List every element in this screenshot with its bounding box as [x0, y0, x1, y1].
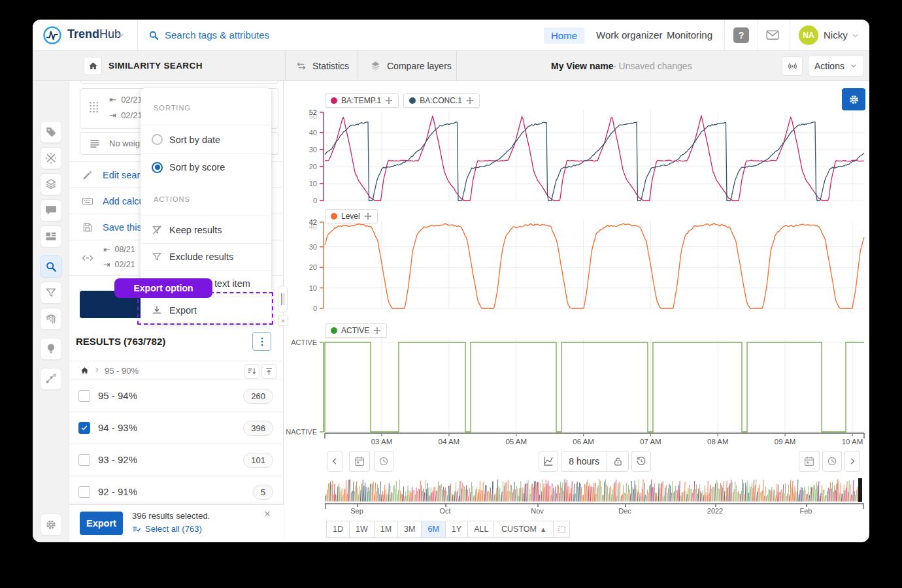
- row-count-badge: 260: [243, 389, 273, 404]
- radio-unselected[interactable]: [152, 134, 163, 145]
- svg-text:52: 52: [309, 108, 317, 116]
- result-row[interactable]: 93 - 92% 101: [69, 444, 284, 476]
- nav-item-work-organizer[interactable]: Work organizer: [596, 20, 662, 51]
- user-chevron-down-icon[interactable]: [851, 31, 860, 40]
- nav-item-home[interactable]: Home: [544, 20, 596, 51]
- legend-chip-BA:TEMP.1[interactable]: BA:TEMP.1: [325, 93, 399, 108]
- chart2-level[interactable]: 01020304042: [286, 218, 865, 316]
- custom-range-select-button[interactable]: [553, 521, 570, 538]
- sorting-header: SORTING: [154, 104, 191, 112]
- duration-control[interactable]: 8 hours: [561, 451, 629, 472]
- chart-settings-button[interactable]: [842, 88, 865, 110]
- row-checkbox[interactable]: [78, 390, 90, 402]
- nav-item-monitoring[interactable]: Monitoring: [667, 20, 712, 51]
- end-date-button[interactable]: [799, 451, 820, 472]
- footer-close-icon[interactable]: ×: [264, 508, 271, 521]
- home-button[interactable]: [84, 57, 102, 75]
- result-row[interactable]: 95 - 94% 260: [69, 380, 284, 412]
- range-button-6m[interactable]: 6M: [421, 521, 445, 538]
- topbar-divider: [758, 20, 758, 51]
- chart1-temp-conc[interactable]: 0102030405052: [286, 108, 865, 208]
- rail-lightbulb-button[interactable]: [40, 338, 62, 360]
- legend-chip-ACTIVE[interactable]: ACTIVE: [325, 323, 387, 338]
- breadcrumb-home-icon[interactable]: [80, 366, 90, 376]
- export-button[interactable]: Export: [80, 512, 123, 535]
- lock-open-icon[interactable]: [607, 456, 628, 467]
- date-start: ⇤ 02/21: [109, 95, 142, 105]
- move-icon[interactable]: [385, 97, 393, 105]
- rail-dashboard-button[interactable]: [40, 225, 62, 248]
- range-end: ⇥ 02/21: [103, 259, 135, 269]
- search-input[interactable]: [163, 20, 438, 50]
- view-name[interactable]: My View name: [551, 51, 613, 81]
- menu-item-sort-by-date[interactable]: Sort by date: [141, 125, 271, 154]
- rail-layers-button[interactable]: [40, 173, 62, 195]
- start-time-button[interactable]: [374, 451, 393, 472]
- menu-item-keep-results[interactable]: Keep results: [141, 216, 271, 243]
- move-icon[interactable]: [466, 97, 474, 105]
- row-checkbox[interactable]: [78, 454, 90, 466]
- start-date-button[interactable]: [349, 451, 370, 472]
- messages-envelope-icon[interactable]: [765, 28, 780, 42]
- help-button[interactable]: ?: [733, 27, 749, 43]
- time-axis-tick-label: 04 AM: [428, 438, 470, 446]
- time-axis-tick-label: 08 AM: [697, 438, 739, 446]
- calendar-icon: [803, 455, 815, 467]
- move-icon[interactable]: [373, 327, 381, 335]
- exceedance-button[interactable]: [539, 451, 558, 472]
- menu-item-exclude-results[interactable]: Exclude results: [141, 243, 271, 270]
- grid-dots-icon: [87, 100, 101, 114]
- actions-button[interactable]: Actions: [808, 56, 864, 76]
- range-button-3m[interactable]: 3M: [397, 521, 422, 538]
- results-menu-kebab-button[interactable]: [252, 332, 271, 351]
- history-button[interactable]: [631, 451, 651, 472]
- rail-tag-button[interactable]: [40, 121, 62, 143]
- rail-comment-button[interactable]: [40, 199, 62, 221]
- move-icon[interactable]: [364, 212, 372, 220]
- rail-magic-tools-button[interactable]: [40, 147, 62, 169]
- user-avatar[interactable]: NA: [799, 25, 818, 45]
- statistics-button[interactable]: Statistics: [295, 51, 349, 81]
- brand-logo-icon[interactable]: [42, 25, 62, 45]
- chart3-active[interactable]: ACTIVEINACTIVE: [286, 320, 865, 442]
- collapse-to-top-button[interactable]: [261, 364, 276, 379]
- select-all-link[interactable]: Select all (763): [145, 524, 202, 534]
- rail-search-button[interactable]: [40, 255, 62, 278]
- search-icon: [148, 29, 159, 41]
- row-checkbox[interactable]: [78, 486, 90, 498]
- range-button-1m[interactable]: 1M: [374, 521, 398, 538]
- rail-funnel-button[interactable]: [40, 282, 62, 304]
- row-checkbox[interactable]: [78, 422, 90, 434]
- range-button-1y[interactable]: 1Y: [445, 521, 468, 538]
- legend-chip-Level[interactable]: Level: [325, 209, 378, 223]
- sort-descending-button[interactable]: [244, 364, 259, 379]
- overview-axis[interactable]: [325, 503, 864, 504]
- layers-icon: [44, 178, 58, 191]
- pan-left-button[interactable]: [327, 451, 342, 472]
- live-mode-button[interactable]: [782, 56, 803, 76]
- compare-layers-button[interactable]: Compare layers: [369, 51, 452, 81]
- result-row[interactable]: 92 - 91% 5: [69, 476, 284, 508]
- range-presets: 1D1W1M3M6M1YALL: [327, 521, 495, 538]
- user-name[interactable]: Nicky: [824, 20, 848, 51]
- range-button-all[interactable]: ALL: [467, 521, 495, 538]
- sort-descending-icon: [247, 367, 257, 376]
- rail-fingerprint-button[interactable]: [40, 308, 62, 330]
- rail-settings-button[interactable]: [40, 514, 62, 536]
- node-graph-icon: [44, 372, 58, 385]
- svg-text:10: 10: [309, 284, 317, 292]
- radio-selected[interactable]: [152, 162, 163, 173]
- panel-resize-handle[interactable]: [278, 286, 288, 313]
- panel-collapse-button[interactable]: ×: [278, 316, 288, 326]
- brand-chevron-down-icon[interactable]: [116, 31, 125, 40]
- range-button-1w[interactable]: 1W: [349, 521, 375, 538]
- legend-chip-BA:CONC.1[interactable]: BA:CONC.1: [403, 93, 480, 108]
- result-row[interactable]: 94 - 93% 396: [69, 412, 284, 444]
- custom-range-button[interactable]: CUSTOM ▲: [493, 521, 554, 538]
- rail-node-graph-button[interactable]: [40, 368, 62, 390]
- range-button-1d[interactable]: 1D: [326, 521, 350, 538]
- overview-strip[interactable]: [325, 478, 864, 506]
- menu-item-sort-by-score[interactable]: Sort by score: [141, 154, 271, 180]
- pan-right-button[interactable]: [844, 451, 860, 472]
- end-time-button[interactable]: [822, 451, 842, 472]
